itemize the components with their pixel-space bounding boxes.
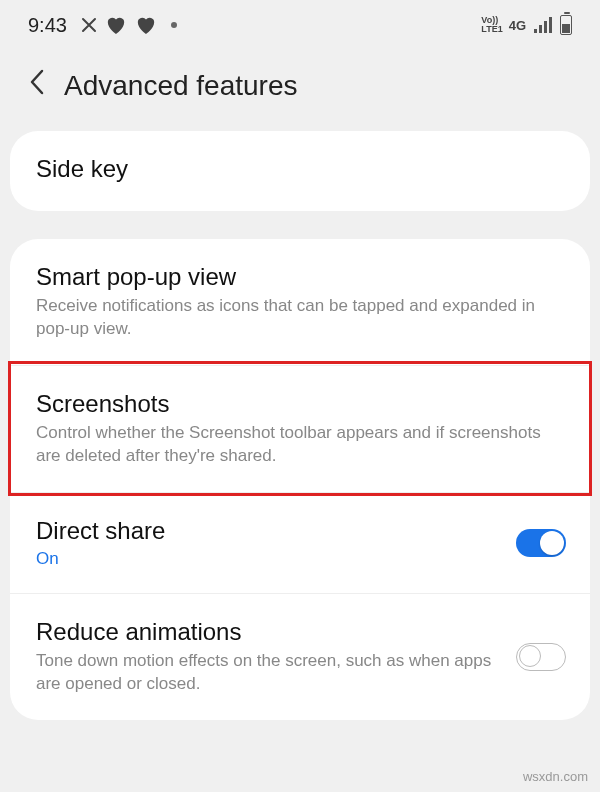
- battery-icon: [560, 15, 572, 35]
- smart-popup-item[interactable]: Smart pop-up view Receive notifications …: [10, 239, 590, 365]
- item-title: Reduce animations: [36, 618, 500, 646]
- item-title: Smart pop-up view: [36, 263, 564, 291]
- page-title: Advanced features: [64, 70, 298, 102]
- settings-card: Smart pop-up view Receive notifications …: [10, 239, 590, 720]
- network-type: 4G: [509, 18, 526, 33]
- volte-bottom: LTE1: [481, 25, 502, 34]
- more-notifications-dot: [171, 22, 177, 28]
- item-title: Screenshots: [36, 390, 564, 418]
- item-description: Control whether the Screenshot toolbar a…: [36, 422, 564, 468]
- settings-card: Side key: [10, 131, 590, 211]
- item-description: Receive notifications as icons that can …: [36, 295, 564, 341]
- reduce-animations-item[interactable]: Reduce animations Tone down motion effec…: [10, 593, 590, 720]
- signal-icon: [534, 17, 552, 33]
- close-icon: [81, 17, 97, 33]
- status-bar: 9:43 Vo)) LTE1 4G: [0, 0, 600, 50]
- item-title: Side key: [36, 155, 564, 183]
- item-description: Tone down motion effects on the screen, …: [36, 650, 500, 696]
- reduce-animations-toggle[interactable]: [516, 643, 566, 671]
- screenshots-item[interactable]: Screenshots Control whether the Screensh…: [10, 365, 590, 492]
- heart-icon: [105, 15, 127, 35]
- side-key-item[interactable]: Side key: [10, 131, 590, 211]
- direct-share-toggle[interactable]: [516, 529, 566, 557]
- status-right: Vo)) LTE1 4G: [481, 15, 572, 35]
- item-status: On: [36, 549, 500, 569]
- watermark: wsxdn.com: [523, 769, 588, 784]
- back-icon[interactable]: [28, 68, 46, 103]
- direct-share-item[interactable]: Direct share On: [10, 492, 590, 593]
- page-header: Advanced features: [0, 50, 600, 131]
- clock: 9:43: [28, 14, 67, 37]
- status-left: 9:43: [28, 14, 177, 37]
- volte-indicator: Vo)) LTE1: [481, 16, 502, 34]
- item-title: Direct share: [36, 517, 500, 545]
- heart-icon: [135, 15, 157, 35]
